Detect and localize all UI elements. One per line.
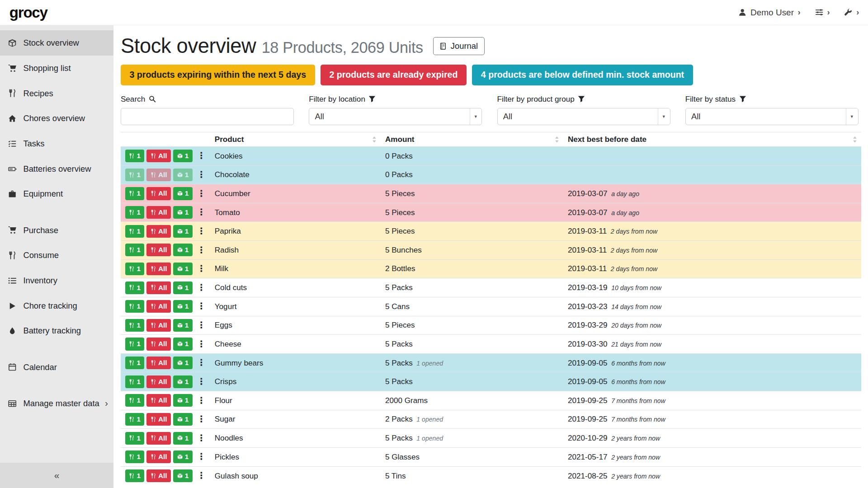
consume-all-button[interactable]: All — [146, 338, 171, 350]
sidebar-item-purchase[interactable]: Purchase — [0, 218, 113, 243]
sidebar-collapse-button[interactable]: « — [0, 463, 113, 488]
journal-button[interactable]: Journal — [433, 37, 485, 55]
consume-all-button[interactable]: All — [146, 150, 171, 162]
below-min-stock-alert[interactable]: 4 products are below defined min. stock … — [472, 65, 693, 86]
consume-all-button[interactable]: All — [146, 469, 171, 482]
consume-one-button[interactable]: 1 — [125, 338, 145, 350]
open-one-button[interactable]: 1 — [173, 150, 193, 162]
row-menu-icon[interactable]: ⋮ — [197, 358, 206, 367]
open-one-button[interactable]: 1 — [173, 338, 193, 350]
row-menu-icon[interactable]: ⋮ — [197, 340, 206, 349]
open-one-button[interactable]: 1 — [173, 413, 193, 426]
consume-one-button[interactable]: 1 — [125, 469, 145, 482]
row-menu-icon[interactable]: ⋮ — [197, 396, 206, 405]
row-menu-icon[interactable]: ⋮ — [197, 434, 206, 443]
sort-icon[interactable] — [372, 136, 377, 142]
open-one-button[interactable]: 1 — [173, 469, 193, 482]
expired-products-alert[interactable]: 2 products are already expired — [321, 65, 467, 86]
open-one-button[interactable]: 1 — [173, 319, 193, 332]
row-menu-icon[interactable]: ⋮ — [197, 189, 206, 198]
consume-all-button[interactable]: All — [146, 263, 171, 275]
consume-all-button[interactable]: All — [146, 319, 171, 332]
row-menu-icon[interactable]: ⋮ — [197, 377, 206, 386]
consume-one-button[interactable]: 1 — [125, 319, 145, 332]
consume-one-button[interactable]: 1 — [125, 263, 145, 275]
consume-all-button[interactable]: All — [146, 357, 171, 369]
consume-all-button[interactable]: All — [146, 282, 171, 294]
consume-one-button[interactable]: 1 — [125, 225, 145, 238]
open-one-button[interactable]: 1 — [173, 282, 193, 294]
open-one-button[interactable]: 1 — [173, 357, 193, 369]
row-menu-icon[interactable]: ⋮ — [197, 227, 206, 236]
consume-one-button[interactable]: 1 — [125, 413, 145, 426]
open-one-button[interactable]: 1 — [173, 375, 193, 388]
open-one-button[interactable]: 1 — [173, 450, 193, 463]
sidebar-item-shopping-list[interactable]: Shopping list — [0, 56, 113, 81]
open-one-button[interactable]: 1 — [173, 225, 193, 238]
row-menu-icon[interactable]: ⋮ — [197, 208, 206, 217]
consume-all-button[interactable]: All — [146, 225, 171, 238]
consume-all-button[interactable]: All — [146, 300, 171, 313]
consume-all-button[interactable]: All — [146, 450, 171, 463]
search-filter-group: Search — [121, 94, 294, 126]
open-one-button[interactable]: 1 — [173, 263, 193, 275]
open-one-button[interactable]: 1 — [173, 394, 193, 407]
sort-icon[interactable] — [853, 136, 857, 142]
consume-all-button[interactable]: All — [146, 244, 171, 256]
open-one-button[interactable]: 1 — [173, 244, 193, 256]
expiring-products-alert[interactable]: 3 products expiring within the next 5 da… — [121, 65, 315, 86]
consume-all-button[interactable]: All — [146, 206, 171, 219]
sidebar-item-recipes[interactable]: Recipes — [0, 81, 113, 106]
consume-one-button[interactable]: 1 — [125, 432, 145, 445]
consume-one-button[interactable]: 1 — [125, 187, 145, 200]
sidebar-item-tasks[interactable]: Tasks — [0, 131, 113, 156]
sidebar-item-stock-overview[interactable]: Stock overview — [0, 30, 113, 56]
consume-one-button[interactable]: 1 — [125, 375, 145, 388]
row-menu-icon[interactable]: ⋮ — [197, 170, 206, 179]
consume-all-button[interactable]: All — [146, 375, 171, 388]
consume-all-button[interactable]: All — [146, 432, 171, 445]
open-one-button[interactable]: 1 — [173, 300, 193, 313]
sidebar-item-batteries-overview[interactable]: Batteries overview — [0, 156, 113, 182]
consume-all-button[interactable]: All — [146, 187, 171, 200]
user-menu[interactable]: Demo User › — [738, 8, 801, 18]
consume-one-button[interactable]: 1 — [125, 394, 145, 407]
sidebar-item-chore-tracking[interactable]: Chore tracking — [0, 293, 113, 319]
consume-one-button[interactable]: 1 — [125, 244, 145, 256]
consume-one-button[interactable]: 1 — [125, 450, 145, 463]
settings-menu[interactable]: › — [815, 8, 830, 16]
row-menu-icon[interactable]: ⋮ — [197, 264, 206, 273]
row-menu-icon[interactable]: ⋮ — [197, 302, 206, 311]
sidebar-item-chores-overview[interactable]: Chores overview — [0, 106, 113, 131]
admin-menu[interactable]: › — [844, 8, 859, 16]
consume-one-button[interactable]: 1 — [125, 150, 145, 162]
row-menu-icon[interactable]: ⋮ — [197, 283, 206, 292]
grocy-logo[interactable]: grocy — [9, 4, 47, 21]
status-filter-select[interactable]: All ▼ — [685, 108, 859, 125]
consume-one-button[interactable]: 1 — [125, 357, 145, 369]
sidebar-item-calendar[interactable]: Calendar — [0, 355, 113, 380]
sort-icon[interactable] — [555, 136, 559, 142]
sidebar-item-inventory[interactable]: Inventory — [0, 268, 113, 293]
consume-one-button[interactable]: 1 — [125, 206, 145, 219]
consume-all-button[interactable]: All — [146, 413, 171, 426]
open-one-button[interactable]: 1 — [173, 187, 193, 200]
sidebar-item-manage-master-data[interactable]: Manage master data› — [0, 391, 113, 416]
row-menu-icon[interactable]: ⋮ — [197, 151, 206, 160]
row-menu-icon[interactable]: ⋮ — [197, 471, 206, 480]
consume-one-button[interactable]: 1 — [125, 300, 145, 313]
open-one-button[interactable]: 1 — [173, 432, 193, 445]
row-menu-icon[interactable]: ⋮ — [197, 246, 206, 255]
row-menu-icon[interactable]: ⋮ — [197, 452, 206, 461]
location-filter-select[interactable]: All ▼ — [309, 108, 482, 125]
sidebar-item-equipment[interactable]: Equipment — [0, 182, 113, 207]
open-one-button[interactable]: 1 — [173, 206, 193, 219]
search-input[interactable] — [121, 108, 294, 125]
sidebar-item-battery-tracking[interactable]: Battery tracking — [0, 319, 113, 344]
sidebar-item-consume[interactable]: Consume — [0, 243, 113, 268]
consume-one-button[interactable]: 1 — [125, 282, 145, 294]
consume-all-button[interactable]: All — [146, 394, 171, 407]
row-menu-icon[interactable]: ⋮ — [197, 415, 206, 424]
row-menu-icon[interactable]: ⋮ — [197, 321, 206, 330]
product-group-filter-select[interactable]: All ▼ — [497, 108, 670, 125]
